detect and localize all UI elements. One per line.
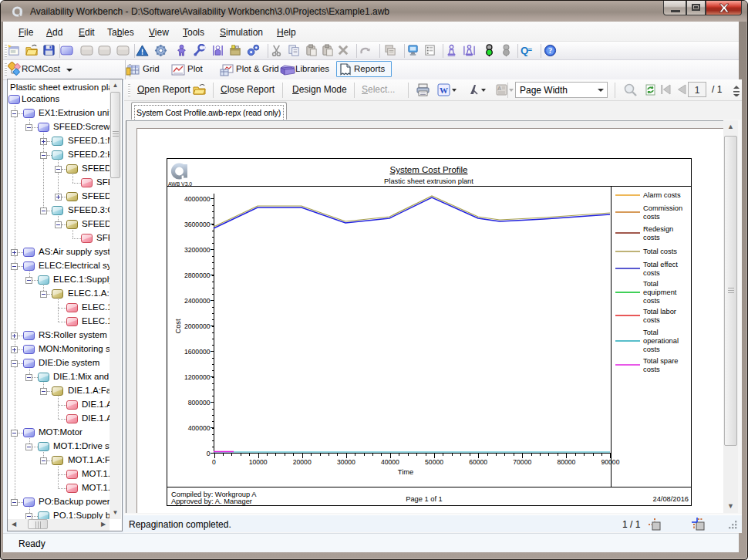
svg-text:90000: 90000 — [601, 458, 620, 466]
svg-text:Redesign: Redesign — [643, 225, 673, 233]
svg-text:24/08/2016: 24/08/2016 — [652, 495, 689, 503]
svg-text:2400000: 2400000 — [184, 297, 211, 305]
svg-text:70000: 70000 — [513, 458, 531, 466]
svg-text:2000000: 2000000 — [184, 322, 211, 330]
svg-text:Total: Total — [643, 329, 659, 336]
svg-text:Total costs: Total costs — [643, 248, 677, 255]
svg-text:40000: 40000 — [381, 458, 399, 466]
svg-text:costs: costs — [643, 297, 660, 305]
svg-text:costs: costs — [643, 213, 660, 221]
svg-text:Cost: Cost — [174, 319, 182, 334]
svg-text:2800000: 2800000 — [184, 272, 211, 279]
svg-text:Time: Time — [398, 468, 413, 476]
svg-text:Total: Total — [643, 280, 659, 288]
svg-text:20000: 20000 — [293, 458, 312, 466]
svg-text:=: = — [527, 46, 532, 54]
svg-text:Total effect: Total effect — [643, 261, 678, 268]
svg-text:costs: costs — [643, 269, 660, 277]
svg-text:0: 0 — [207, 450, 211, 457]
svg-text:50000: 50000 — [425, 458, 443, 466]
svg-text:Plastic sheet extrusion plant: Plastic sheet extrusion plant — [384, 177, 473, 185]
svg-text:800000: 800000 — [188, 399, 211, 407]
svg-text:costs: costs — [643, 366, 660, 373]
svg-text:Approved by: A. Manager: Approved by: A. Manager — [171, 498, 252, 505]
svg-text:A: A — [497, 86, 501, 91]
svg-text:equipment: equipment — [643, 288, 677, 296]
svg-text:3600000: 3600000 — [184, 221, 211, 228]
svg-text:0: 0 — [212, 458, 216, 466]
svg-text:3200000: 3200000 — [184, 246, 211, 254]
svg-text:4000000: 4000000 — [184, 195, 211, 203]
svg-text:costs: costs — [643, 346, 660, 353]
svg-text:1600000: 1600000 — [184, 348, 211, 356]
svg-text:Total labor: Total labor — [643, 308, 676, 315]
svg-text:1200000: 1200000 — [184, 373, 211, 381]
svg-text:?: ? — [548, 46, 552, 55]
svg-text:30000: 30000 — [337, 458, 355, 466]
svg-text:AWB V3.0: AWB V3.0 — [168, 181, 192, 187]
svg-text:System Cost Profile: System Cost Profile — [390, 165, 468, 174]
svg-text:60000: 60000 — [469, 458, 487, 466]
svg-text:operational: operational — [643, 337, 679, 345]
svg-text:80000: 80000 — [557, 458, 575, 466]
svg-text:costs: costs — [643, 316, 660, 324]
svg-text:W: W — [440, 86, 448, 95]
svg-text:Alarm costs: Alarm costs — [643, 191, 681, 199]
svg-text:Total spare: Total spare — [643, 357, 678, 365]
svg-text:Page 1 of 1: Page 1 of 1 — [406, 495, 443, 503]
svg-text:costs: costs — [643, 234, 660, 241]
svg-text:Commission: Commission — [643, 204, 682, 212]
svg-text:10000: 10000 — [249, 458, 268, 466]
svg-text:400000: 400000 — [188, 424, 211, 432]
